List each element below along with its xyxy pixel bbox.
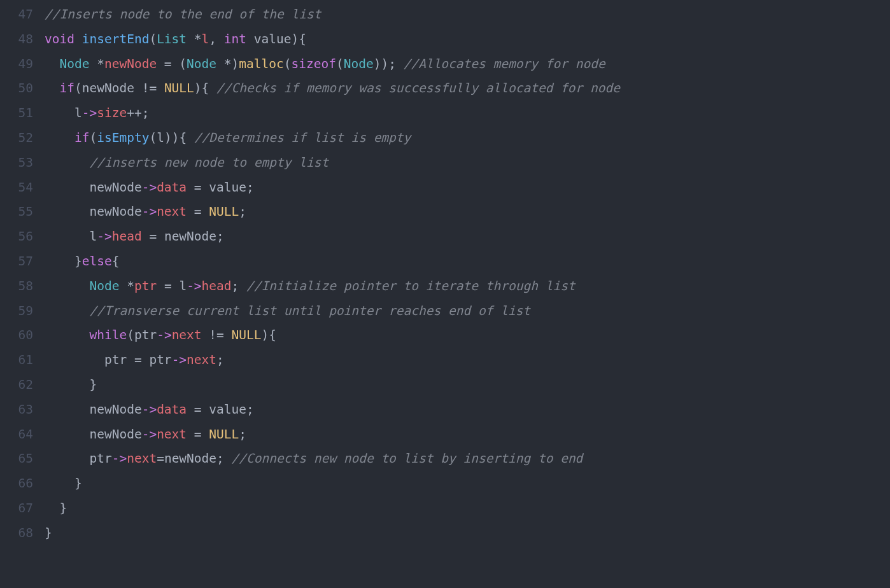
code-line[interactable]: l->size++;: [45, 101, 890, 126]
code-line[interactable]: void insertEnd(List *l, int value){: [45, 27, 890, 52]
code-line[interactable]: newNode->data = value;: [45, 176, 890, 200]
line-number: 52: [0, 126, 33, 151]
code-line[interactable]: newNode->data = value;: [45, 398, 890, 423]
line-number: 55: [0, 200, 33, 225]
line-number: 58: [0, 274, 33, 299]
code-line[interactable]: }else{: [45, 249, 890, 274]
code-area[interactable]: //Inserts node to the end of the listvoi…: [45, 3, 890, 546]
line-number: 68: [0, 521, 33, 546]
code-line[interactable]: //Transverse current list until pointer …: [45, 299, 890, 324]
line-number: 54: [0, 176, 33, 200]
code-line[interactable]: //inserts new node to empty list: [45, 151, 890, 176]
code-line[interactable]: newNode->next = NULL;: [45, 423, 890, 447]
line-number: 49: [0, 52, 33, 77]
line-number: 63: [0, 398, 33, 423]
code-line[interactable]: Node *ptr = l->head; //Initialize pointe…: [45, 274, 890, 299]
line-number: 48: [0, 27, 33, 52]
line-number: 61: [0, 348, 33, 373]
line-number: 47: [0, 3, 33, 27]
code-line[interactable]: ptr->next=newNode; //Connects new node t…: [45, 447, 890, 472]
code-line[interactable]: }: [45, 496, 890, 521]
code-line[interactable]: newNode->next = NULL;: [45, 200, 890, 225]
line-number: 51: [0, 101, 33, 126]
line-number: 62: [0, 373, 33, 398]
line-number-gutter: 47 48 49 50 51 52 53 54 55 56 57 58 59 6…: [0, 3, 45, 546]
code-line[interactable]: l->head = newNode;: [45, 225, 890, 249]
line-number: 60: [0, 323, 33, 348]
line-number: 57: [0, 249, 33, 274]
code-line[interactable]: Node *newNode = (Node *)malloc(sizeof(No…: [45, 52, 890, 77]
line-number: 66: [0, 472, 33, 496]
line-number: 64: [0, 423, 33, 447]
code-line[interactable]: }: [45, 373, 890, 398]
code-line[interactable]: while(ptr->next != NULL){: [45, 323, 890, 348]
code-line[interactable]: }: [45, 472, 890, 496]
line-number: 56: [0, 225, 33, 249]
code-line[interactable]: ptr = ptr->next;: [45, 348, 890, 373]
line-number: 50: [0, 76, 33, 101]
line-number: 53: [0, 151, 33, 176]
line-number: 67: [0, 496, 33, 521]
line-number: 65: [0, 447, 33, 472]
code-line[interactable]: }: [45, 521, 890, 546]
code-line[interactable]: //Inserts node to the end of the list: [45, 3, 890, 27]
code-editor[interactable]: 47 48 49 50 51 52 53 54 55 56 57 58 59 6…: [0, 0, 890, 546]
line-number: 59: [0, 299, 33, 324]
code-line[interactable]: if(newNode != NULL){ //Checks if memory …: [45, 76, 890, 101]
code-line[interactable]: if(isEmpty(l)){ //Determines if list is …: [45, 126, 890, 151]
